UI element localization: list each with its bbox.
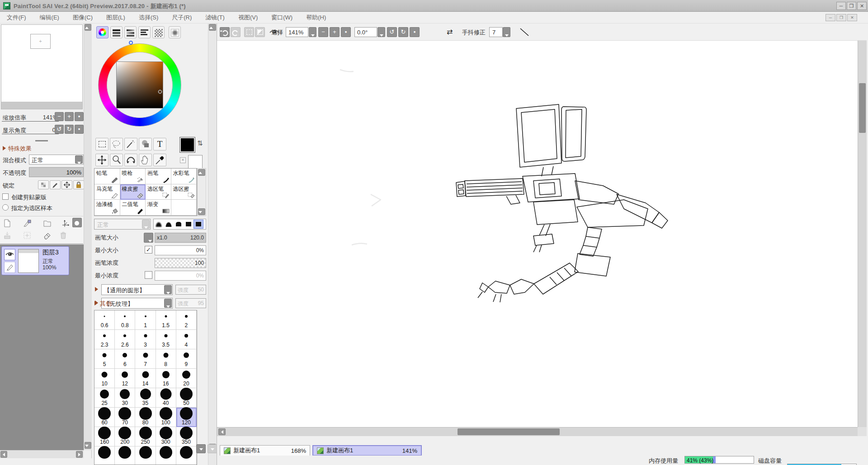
- scroll-down-icon[interactable]: [85, 442, 91, 449]
- tool-select-pen[interactable]: 选区笔: [146, 184, 171, 200]
- swap-colors-icon[interactable]: ⇅: [197, 139, 203, 147]
- tool-brush[interactable]: 画笔: [146, 169, 171, 184]
- brush-size-12[interactable]: 12: [115, 369, 135, 388]
- menu-item-0[interactable]: 文件(F): [0, 12, 33, 23]
- navigator-angle-slider-marker[interactable]: [28, 135, 33, 138]
- edge-softest-button[interactable]: [154, 220, 163, 228]
- brush-size-70[interactable]: 70: [115, 408, 135, 427]
- tool-panel-vertical-scrollbar[interactable]: [208, 23, 217, 465]
- panel-splitter-handle[interactable]: [35, 140, 48, 141]
- rotate-ccw-button[interactable]: ↺: [387, 27, 397, 37]
- canvas[interactable]: [217, 41, 858, 427]
- child-minimize-button[interactable]: ─: [826, 14, 835, 21]
- layer-visibility-toggle[interactable]: [4, 249, 15, 260]
- horizontal-scroll-thumb[interactable]: [458, 428, 560, 435]
- tool-select-eraser[interactable]: 选区擦: [171, 184, 197, 200]
- expand-arrow-icon[interactable]: [95, 287, 98, 291]
- layer-panel-horizontal-scrollbar[interactable]: [0, 450, 84, 458]
- zoom-dropdown-icon[interactable]: [309, 27, 316, 37]
- tool-gradient[interactable]: 渐变: [146, 200, 171, 216]
- size-grid-scroll-down-icon[interactable]: [196, 444, 206, 453]
- menu-item-3[interactable]: 图层(L): [99, 12, 132, 23]
- brush-size-200[interactable]: 200: [115, 427, 135, 446]
- brush-size-0.8[interactable]: 0.8: [115, 310, 135, 330]
- copy-merged-button[interactable]: [23, 231, 33, 240]
- brush-size-3[interactable]: 3: [135, 330, 156, 349]
- special-effects-header[interactable]: 特殊效果: [3, 145, 32, 153]
- rgb-slider-tab[interactable]: [110, 26, 123, 38]
- scratchpad-tab[interactable]: [169, 26, 181, 38]
- navigator-preview[interactable]: +: [1, 24, 83, 109]
- brush-size-9[interactable]: 9: [176, 349, 197, 369]
- brush-texture-dropdown[interactable]: 【无纹理】: [101, 298, 173, 309]
- brush-size-25[interactable]: 25: [94, 388, 115, 408]
- layer-edit-indicator[interactable]: [4, 262, 15, 273]
- navigator-rotate-ccw-button[interactable]: ↺: [55, 125, 64, 134]
- navigator-angle-slider[interactable]: [2, 127, 59, 134]
- edge-medium-button[interactable]: [174, 220, 183, 228]
- scroll-down-icon[interactable]: [198, 208, 205, 215]
- flip-horizontal-icon[interactable]: ⇄: [447, 28, 453, 38]
- undo-button[interactable]: [220, 27, 230, 37]
- brush-size-6[interactable]: 6: [115, 349, 135, 369]
- navigator-zoom-slider[interactable]: [2, 114, 59, 122]
- tool-pencil[interactable]: 铅笔: [94, 169, 120, 184]
- layer-panel-vertical-scrollbar[interactable]: [84, 23, 92, 450]
- stabilizer-field[interactable]: 7: [489, 27, 503, 37]
- delete-layer-button[interactable]: [59, 231, 69, 240]
- new-layer-button[interactable]: [3, 219, 13, 228]
- brush-size-30[interactable]: 30: [115, 388, 135, 408]
- color-wheel-tab[interactable]: [96, 26, 108, 38]
- brush-size-60[interactable]: 60: [94, 408, 115, 427]
- brush-size-overflow[interactable]: [156, 446, 176, 465]
- brush-size-120[interactable]: 120: [176, 408, 197, 427]
- navigator-zoom-in-button[interactable]: +: [65, 112, 74, 121]
- child-close-button[interactable]: ✕: [847, 14, 857, 21]
- merge-down-button[interactable]: [3, 231, 13, 240]
- scroll-up-icon[interactable]: [85, 24, 91, 31]
- color-wheel[interactable]: [98, 43, 181, 127]
- rect-select-tool[interactable]: [95, 138, 108, 150]
- brush-size-overflow[interactable]: [94, 446, 115, 465]
- lock-transparency-button[interactable]: [38, 180, 49, 189]
- brush-size-overflow[interactable]: [176, 446, 197, 465]
- menu-item-5[interactable]: 尺子(R): [165, 12, 198, 23]
- menu-item-8[interactable]: 窗口(W): [264, 12, 299, 23]
- brush-size-1.5[interactable]: 1.5: [156, 310, 176, 330]
- brush-size-2.6[interactable]: 2.6: [115, 330, 135, 349]
- rotate-view-tool[interactable]: [124, 154, 137, 166]
- canvas-horizontal-scrollbar[interactable]: [217, 427, 858, 436]
- text-tool[interactable]: T: [153, 138, 166, 150]
- clear-layer-button[interactable]: [42, 231, 52, 240]
- brush-size-160[interactable]: 160: [94, 427, 115, 446]
- opacity-slider[interactable]: 100%: [29, 167, 84, 177]
- canvas-zoom-field[interactable]: 141%: [286, 27, 308, 37]
- tool-binary-pen[interactable]: 二值笔: [120, 200, 146, 216]
- brush-size-20[interactable]: 20: [176, 369, 197, 388]
- tool-eraser[interactable]: 橡皮擦: [120, 184, 146, 200]
- vertical-scroll-thumb[interactable]: [859, 83, 866, 133]
- min-density-checkbox[interactable]: [145, 271, 152, 279]
- window-close-button[interactable]: ✕: [857, 2, 867, 10]
- zoom-reset-button[interactable]: ▪: [341, 27, 351, 37]
- min-size-slider[interactable]: 0%: [155, 245, 206, 255]
- brush-type-scrollbar[interactable]: [197, 168, 206, 216]
- density-slider[interactable]: 100: [155, 258, 206, 268]
- menu-item-1[interactable]: 编辑(E): [33, 12, 66, 23]
- rotate-reset-button[interactable]: ▪: [410, 27, 420, 37]
- brush-size-5[interactable]: 5: [94, 349, 115, 369]
- scroll-left-icon[interactable]: [0, 451, 7, 458]
- chevron-down-icon[interactable]: [164, 299, 172, 308]
- primary-color-swatch[interactable]: [180, 137, 195, 152]
- chevron-down-icon[interactable]: [75, 155, 83, 164]
- brush-size-50[interactable]: 50: [176, 388, 197, 408]
- navigator-zoom-slider-marker[interactable]: [24, 122, 28, 126]
- tool-marker[interactable]: 马克笔: [94, 184, 120, 200]
- angle-dropdown-icon[interactable]: [377, 27, 385, 37]
- panel-scroll-down-icon[interactable]: [208, 444, 217, 453]
- layer-thumbnail[interactable]: [18, 249, 39, 273]
- new-linework-layer-button[interactable]: [23, 219, 33, 228]
- sv-marker[interactable]: [158, 90, 162, 94]
- swatches-tab[interactable]: [152, 26, 165, 38]
- min-size-checkbox[interactable]: ✓: [145, 246, 152, 254]
